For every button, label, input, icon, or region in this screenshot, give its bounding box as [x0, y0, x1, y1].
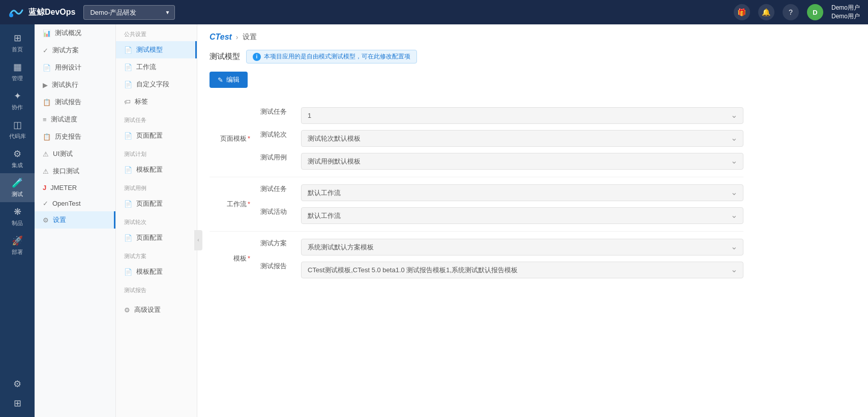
- test-plan-label: 测试方案: [52, 46, 79, 55]
- test-case-select[interactable]: 测试用例默认模板: [301, 153, 743, 170]
- sidebar-item-test-label: 测试: [12, 190, 23, 198]
- settings-label: 设置: [53, 215, 66, 224]
- page-config-round-icon: 📄: [124, 234, 132, 242]
- left-sidebar: ⊞ 首页 ▦ 管理 ✦ 协作 ◫ 代码库 ⚙ 集成 🧪 测试 ❋ 制品 🚀: [0, 24, 35, 417]
- case-design-label: 用例设计: [55, 63, 81, 72]
- sidebar-item-settings[interactable]: ⚙: [0, 374, 35, 394]
- subnav-template-config-scheme[interactable]: 📄 模板配置: [116, 263, 197, 280]
- info-icon: i: [253, 53, 261, 61]
- sidebar-item-integration[interactable]: ⚙ 集成: [0, 144, 35, 173]
- sidebar-item-manage[interactable]: ▦ 管理: [0, 57, 35, 86]
- deploy-icon: 🚀: [12, 235, 23, 246]
- required-mark-3: *: [248, 254, 250, 262]
- main-layout: ⊞ 首页 ▦ 管理 ✦ 协作 ◫ 代码库 ⚙ 集成 🧪 测试 ❋ 制品 🚀: [0, 24, 868, 417]
- jmeter-icon: J: [43, 184, 46, 191]
- edit-button-label: 编辑: [226, 75, 240, 84]
- sub-label-test-case: 测试用例: [260, 153, 301, 170]
- test-task-select-wrap: 1: [301, 107, 743, 124]
- settings-nav-icon: ⚙: [43, 216, 49, 224]
- test-progress-icon: ≡: [43, 116, 47, 123]
- collapse-button[interactable]: ‹: [194, 230, 197, 250]
- sidebar-case-design[interactable]: 📄 用例设计: [35, 59, 115, 76]
- subnav-page-config-case[interactable]: 📄 页面配置: [116, 195, 197, 212]
- integration-icon: ⚙: [13, 148, 21, 159]
- edit-button[interactable]: ✎ 编辑: [209, 72, 248, 88]
- subnav-advanced-settings[interactable]: ⚙ 高级设置: [116, 301, 197, 318]
- subnav-custom-fields[interactable]: 📄 自定义字段: [116, 76, 197, 93]
- form-group-page-template: 页面模板* 测试任务 1 测试轮次: [209, 100, 743, 177]
- sub-label-test-report: 测试报告: [260, 262, 301, 278]
- test-icon: 🧪: [12, 177, 23, 188]
- sidebar-item-product[interactable]: ❋ 制品: [0, 202, 35, 231]
- test-task-select[interactable]: 1: [301, 107, 743, 124]
- second-sidebar: 📊 测试概况 ✓ 测试方案 📄 用例设计 ▶ 测试执行 📋 测试报告 ≡ 测试进…: [35, 24, 116, 417]
- home-icon: ⊞: [14, 33, 21, 44]
- user-info: Demo用户 Demo用户: [831, 4, 860, 21]
- page-template-fields: 测试任务 1 测试轮次 测试轮次默认模板: [260, 107, 743, 170]
- form-group-workflow: 工作流* 测试任务 默认工作流 测试活动: [209, 177, 743, 232]
- sidebar-item-product-label: 制品: [12, 219, 23, 227]
- sidebar-item-collab[interactable]: ✦ 协作: [0, 86, 35, 115]
- help-icon[interactable]: ?: [783, 4, 799, 20]
- custom-fields-nav-label: 自定义字段: [136, 80, 169, 89]
- test-scheme-select[interactable]: 系统测试默认方案模板: [301, 239, 743, 255]
- workflow-activity-select[interactable]: 默认工作流: [301, 207, 743, 224]
- section-info-text: 本项目应用的是自由模式测试模型，可在此修改配置项: [264, 52, 410, 61]
- subnav-page-config-task[interactable]: 📄 页面配置: [116, 127, 197, 144]
- sidebar-opentest[interactable]: ✓ OpenTest: [35, 196, 115, 211]
- top-navigation: 蓝鲸DevOps Demo-产品研发 🎁 🔔 ? D Demo用户 Demo用户: [0, 0, 868, 24]
- sidebar-item-home-label: 首页: [12, 46, 23, 53]
- test-execute-label: 测试执行: [52, 80, 78, 89]
- section-info-box: i 本项目应用的是自由模式测试模型，可在此修改配置项: [246, 50, 417, 63]
- project-selector[interactable]: Demo-产品研发: [83, 5, 175, 20]
- gift-icon[interactable]: 🎁: [734, 4, 750, 20]
- sidebar-ui-test[interactable]: ⚠ UI测试: [35, 145, 115, 163]
- sidebar-test-plan[interactable]: ✓ 测试方案: [35, 42, 115, 59]
- sidebar-item-home[interactable]: ⊞ 首页: [0, 28, 35, 57]
- workflow-task-select-wrap: 默认工作流: [301, 184, 743, 201]
- test-model-nav-label: 测试模型: [136, 45, 163, 54]
- test-model-icon: 📄: [124, 46, 132, 54]
- sidebar-test-overview[interactable]: 📊 测试概况: [35, 24, 115, 42]
- nav-left: 蓝鲸DevOps Demo-产品研发: [8, 4, 175, 20]
- sidebar-test-execute[interactable]: ▶ 测试执行: [35, 76, 115, 93]
- required-mark: *: [248, 135, 250, 142]
- subnav-tags[interactable]: 🏷 标签: [116, 93, 197, 110]
- subnav-template-config-plan[interactable]: 📄 模板配置: [116, 161, 197, 178]
- opentest-label: OpenTest: [52, 200, 81, 207]
- sidebar-test-progress[interactable]: ≡ 测试进度: [35, 111, 115, 128]
- subnav-page-config-round[interactable]: 📄 页面配置: [116, 229, 197, 246]
- test-round-title: 测试轮次: [116, 212, 197, 229]
- breadcrumb-separator: ›: [236, 33, 238, 41]
- test-report-select[interactable]: CTest测试模板,CTest 5.0 beta1.0 测试报告模板1,系统测试…: [301, 262, 743, 278]
- sidebar-history-report[interactable]: 📋 历史报告: [35, 128, 115, 145]
- manage-icon: ▦: [13, 61, 22, 73]
- test-report-label: 测试报告: [55, 98, 81, 107]
- workflow-task-select[interactable]: 默认工作流: [301, 184, 743, 201]
- subnav-test-model[interactable]: 📄 测试模型: [116, 41, 197, 58]
- sidebar-item-deploy[interactable]: 🚀 部署: [0, 231, 35, 260]
- page-config-task-icon: 📄: [124, 132, 132, 140]
- test-round-select[interactable]: 测试轮次默认模板: [301, 130, 743, 147]
- test-plan-title: 测试计划: [116, 144, 197, 161]
- workflow-activity-select-wrap: 默认工作流: [301, 207, 743, 224]
- template-row-2: 测试轮次 测试轮次默认模板: [260, 130, 743, 147]
- bell-icon[interactable]: 🔔: [758, 4, 774, 20]
- section-title: 测试模型: [209, 52, 240, 61]
- sub-label-test-task-wf: 测试任务: [260, 184, 301, 201]
- sidebar-api-test[interactable]: ⚠ 接口测试: [35, 163, 115, 180]
- advanced-settings-label: 高级设置: [134, 305, 161, 314]
- sidebar-item-test[interactable]: 🧪 测试: [0, 173, 35, 202]
- subnav-workflow[interactable]: 📄 工作流: [116, 58, 197, 76]
- api-test-icon: ⚠: [43, 168, 49, 175]
- sidebar-settings[interactable]: ⚙ 设置: [35, 211, 115, 229]
- nav-right: 🎁 🔔 ? D Demo用户 Demo用户: [734, 4, 860, 21]
- sidebar-item-coderepo[interactable]: ◫ 代码库: [0, 115, 35, 144]
- sidebar-test-report[interactable]: 📋 测试报告: [35, 93, 115, 111]
- project-selector-wrap[interactable]: Demo-产品研发: [83, 5, 175, 20]
- sidebar-item-apps[interactable]: ⊞: [0, 394, 35, 413]
- page-config-case-label: 页面配置: [136, 199, 163, 208]
- sidebar-jmeter[interactable]: J JMETER: [35, 180, 115, 196]
- sub-label-test-task-1: 测试任务: [260, 107, 301, 124]
- test-progress-label: 测试进度: [51, 115, 77, 124]
